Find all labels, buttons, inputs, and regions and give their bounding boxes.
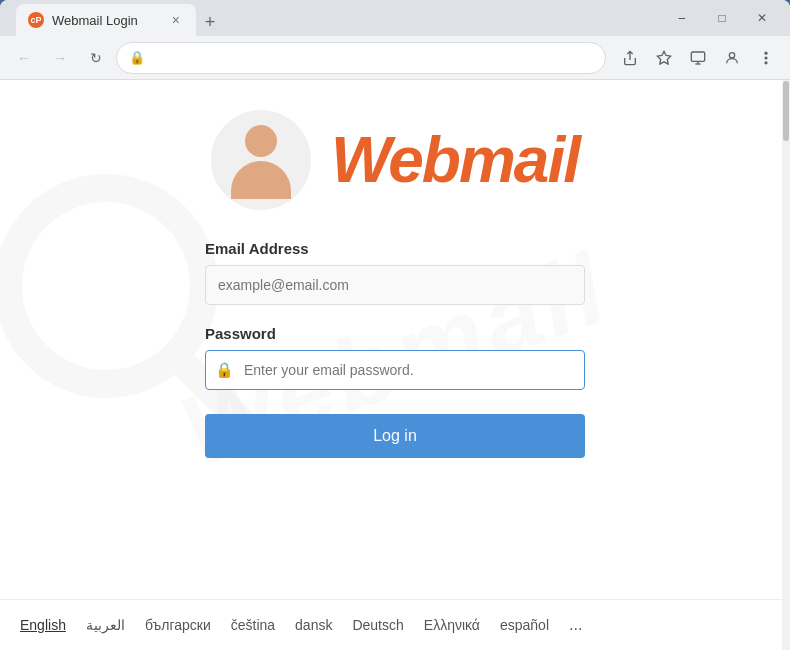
password-lock-icon: 🔒 [215,361,234,379]
reload-button[interactable]: ↻ [80,42,112,74]
password-label: Password [205,325,585,342]
svg-marker-0 [657,51,670,64]
title-bar: cP Webmail Login × + ‒ □ ✕ [0,0,790,36]
webmail-logo: Webmail [331,123,579,197]
browser-window: cP Webmail Login × + ‒ □ ✕ ← → ↻ 🔒 [0,0,790,650]
password-input[interactable] [205,350,585,390]
login-container: Webmail Email Address Password 🔒 Log in [0,80,790,650]
lang-arabic[interactable]: العربية [86,617,125,633]
scrollbar[interactable] [782,80,790,650]
tab-title: Webmail Login [52,13,160,28]
password-wrapper: 🔒 [205,350,585,390]
window-controls: ‒ □ ✕ [662,0,782,36]
avatar-body [231,161,291,199]
lang-spanish[interactable]: español [500,617,549,633]
more-languages-button[interactable]: ... [569,616,582,634]
forward-button[interactable]: → [44,42,76,74]
svg-point-7 [764,61,767,64]
security-lock-icon: 🔒 [129,50,145,65]
header-section: Webmail [211,110,579,210]
toolbar-icons [614,42,782,74]
active-tab[interactable]: cP Webmail Login × [16,4,196,36]
profile-icon[interactable] [716,42,748,74]
svg-rect-1 [691,52,704,61]
maximize-button[interactable]: □ [702,0,742,36]
svg-point-5 [764,51,767,54]
tab-favicon: cP [28,12,44,28]
menu-icon[interactable] [750,42,782,74]
svg-point-4 [729,52,734,57]
lang-greek[interactable]: Ελληνικά [424,617,480,633]
lang-bulgarian[interactable]: български [145,617,211,633]
email-label: Email Address [205,240,585,257]
tab-search-icon[interactable] [682,42,714,74]
new-tab-button[interactable]: + [196,8,224,36]
bookmark-icon[interactable] [648,42,680,74]
avatar-person [231,125,291,195]
avatar-head [245,125,277,157]
back-button[interactable]: ← [8,42,40,74]
email-input[interactable] [205,265,585,305]
user-avatar [211,110,311,210]
lang-german[interactable]: Deutsch [352,617,403,633]
share-icon[interactable] [614,42,646,74]
lang-czech[interactable]: čeština [231,617,275,633]
lang-danish[interactable]: dansk [295,617,332,633]
form-section: Email Address Password 🔒 Log in [205,240,585,488]
lang-english[interactable]: English [20,617,66,633]
address-bar: ← → ↻ 🔒 [0,36,790,80]
close-button[interactable]: ✕ [742,0,782,36]
language-footer: English العربية български čeština dansk … [0,599,790,650]
close-tab-button[interactable]: × [168,11,184,29]
svg-point-6 [764,56,767,59]
minimize-button[interactable]: ‒ [662,0,702,36]
page-content: Webmail Webmail Email Address Password 🔒 [0,80,790,650]
url-box[interactable]: 🔒 [116,42,606,74]
scrollbar-thumb[interactable] [783,81,789,141]
login-button[interactable]: Log in [205,414,585,458]
